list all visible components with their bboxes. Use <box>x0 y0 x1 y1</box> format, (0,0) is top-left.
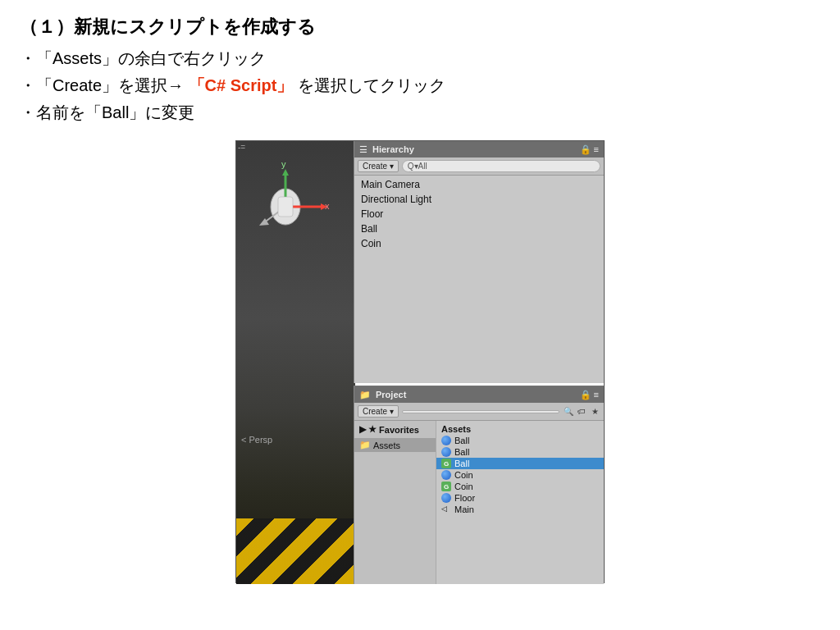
scene-collapse-icon: -= <box>238 143 245 152</box>
asset-coin-script-label: Coin <box>454 482 473 491</box>
project-search-input[interactable] <box>402 410 559 413</box>
project-content: ▶ ★ Favorites 📁 Assets Assets Ball <box>354 421 604 584</box>
instructions-section: （１）新規にスクリプトを作成する 「Assets」の余白で右クリック 「Crea… <box>0 0 840 137</box>
favorites-label: Favorites <box>379 425 419 435</box>
hierarchy-item-main-camera[interactable]: Main Camera <box>354 177 604 192</box>
project-lock-icon[interactable]: 🔒 <box>580 390 591 400</box>
hierarchy-item-coin[interactable]: Coin <box>354 236 604 251</box>
unity-container: -= y x < Persp <box>235 140 605 583</box>
bullet-2-after: を選択してクリック <box>293 76 445 94</box>
asset-item-coin-script[interactable]: G Coin <box>436 481 604 492</box>
project-title: Project <box>376 390 406 399</box>
coin-script-icon: G <box>441 482 451 491</box>
assets-folder-icon: 📁 <box>359 440 371 450</box>
scene-gizmo: y x <box>240 158 347 256</box>
project-folder-tree: ▶ ★ Favorites 📁 Assets <box>354 421 436 584</box>
hierarchy-item-ball[interactable]: Ball <box>354 221 604 236</box>
floor-sphere-icon <box>441 493 451 503</box>
page-title: （１）新規にスクリプトを作成する <box>20 15 820 39</box>
project-tag-icon[interactable]: 🏷 <box>576 406 587 418</box>
bullet-3: 名前を「Ball」に変更 <box>20 102 820 124</box>
project-create-button[interactable]: Create ▾ <box>358 405 399 418</box>
bullet-list: 「Assets」の余白で右クリック 「Create」を選択→ 「C# Scrip… <box>20 48 820 124</box>
project-title-icon: 📁 <box>359 390 371 400</box>
hierarchy-lock-icon[interactable]: 🔒 <box>580 144 591 155</box>
unity-editor-area: -= y x < Persp <box>0 140 840 583</box>
svg-text:y: y <box>281 159 286 169</box>
main-scene-icon: ◁ <box>441 504 451 514</box>
svg-marker-2 <box>282 169 289 176</box>
hierarchy-items-list: Main Camera Directional Light Floor Ball… <box>354 176 604 253</box>
hierarchy-item-directional-light[interactable]: Directional Light <box>354 192 604 207</box>
asset-ball-sphere-label: Ball <box>454 436 469 445</box>
bullet-2-highlight: 「C# Script」 <box>189 76 294 94</box>
ball-mat-icon <box>441 447 451 457</box>
favorites-star-icon: ▶ ★ <box>359 424 377 435</box>
project-assets-folder[interactable]: 📁 Assets <box>354 438 436 452</box>
asset-coin-sphere-label: Coin <box>454 470 473 480</box>
svg-rect-7 <box>278 197 293 217</box>
hierarchy-panel: ☰ Hierarchy 🔒 ≡ Create ▾ Q▾All Main Came… <box>354 141 604 383</box>
project-menu-icon[interactable]: ≡ <box>594 390 599 400</box>
asset-item-coin-sphere[interactable]: Coin <box>436 469 604 481</box>
asset-item-ball-sphere[interactable]: Ball <box>436 435 604 446</box>
project-star-icon[interactable]: ★ <box>589 406 600 418</box>
asset-main-label: Main <box>454 504 474 514</box>
hierarchy-title-icon: ☰ <box>359 144 368 155</box>
asset-item-floor[interactable]: Floor <box>436 492 604 504</box>
hierarchy-right-icons: 🔒 ≡ <box>580 144 599 155</box>
project-toolbar: Create ▾ 🔍 🏷 ★ <box>354 403 604 421</box>
ball-sphere-icon <box>441 436 451 445</box>
asset-ball-mat-label: Ball <box>454 447 469 457</box>
asset-floor-label: Floor <box>454 493 475 503</box>
bullet-2-before: 「Create」を選択→ <box>36 76 189 94</box>
ball-script-icon: G <box>441 459 451 468</box>
project-panel: 📁 Project 🔒 ≡ Create ▾ 🔍 🏷 ★ <box>354 386 604 584</box>
hierarchy-menu-icon[interactable]: ≡ <box>594 144 599 155</box>
project-favorites-folder[interactable]: ▶ ★ Favorites <box>354 422 436 436</box>
hierarchy-title: Hierarchy <box>372 144 414 154</box>
hierarchy-titlebar: ☰ Hierarchy 🔒 ≡ <box>354 141 604 158</box>
hierarchy-item-floor[interactable]: Floor <box>354 207 604 221</box>
scene-ground <box>236 518 355 584</box>
project-search-icons: 🔍 🏷 ★ <box>563 406 600 418</box>
bullet-1-text: 「Assets」の余白で右クリック <box>36 49 266 67</box>
project-assets-list: Assets Ball Ball G Ball <box>436 421 604 584</box>
hierarchy-search[interactable]: Q▾All <box>402 160 600 172</box>
assets-section-label: Assets <box>436 422 604 435</box>
bullet-3-text: 名前を「Ball」に変更 <box>36 103 194 121</box>
bullet-2: 「Create」を選択→ 「C# Script」 を選択してクリック <box>20 75 820 97</box>
persp-label: < Persp <box>241 435 272 445</box>
coin-sphere-icon <box>441 470 451 480</box>
hierarchy-toolbar: Create ▾ Q▾All <box>354 158 604 176</box>
asset-item-ball-script[interactable]: G Ball <box>436 458 604 469</box>
project-right-icons: 🔒 ≡ <box>580 390 599 400</box>
svg-text:x: x <box>325 201 330 211</box>
asset-ball-script-label: Ball <box>454 459 469 468</box>
bullet-1: 「Assets」の余白で右クリック <box>20 48 820 70</box>
project-search-icon[interactable]: 🔍 <box>563 406 574 418</box>
asset-item-main[interactable]: ◁ Main <box>436 504 604 515</box>
scene-view: -= y x < Persp <box>236 141 355 584</box>
hierarchy-create-button[interactable]: Create ▾ <box>358 160 399 172</box>
project-titlebar: 📁 Project 🔒 ≡ <box>354 386 604 403</box>
assets-folder-label: Assets <box>373 441 400 450</box>
asset-item-ball-mat[interactable]: Ball <box>436 446 604 458</box>
